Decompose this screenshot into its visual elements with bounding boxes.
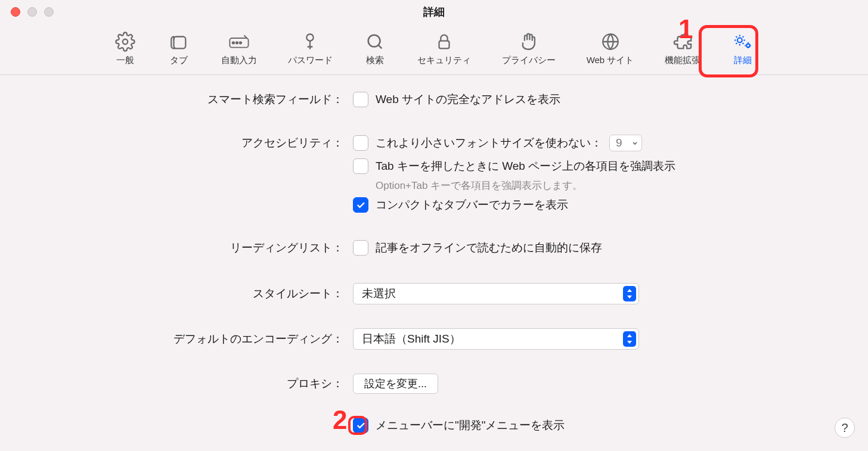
reading-list-label: リーディングリスト： bbox=[0, 240, 343, 256]
minimize-window-button[interactable] bbox=[27, 7, 37, 17]
tab-label: 検索 bbox=[366, 55, 384, 66]
min-font-size-label: これより小さいフォントサイズを使わない： bbox=[376, 135, 602, 151]
zoom-window-button[interactable] bbox=[44, 7, 54, 17]
tab-passwords[interactable]: パスワード bbox=[281, 27, 340, 69]
stylesheet-value: 未選択 bbox=[362, 286, 396, 301]
svg-point-0 bbox=[122, 39, 128, 45]
tab-label: タブ bbox=[170, 55, 188, 66]
tab-security[interactable]: セキュリティ bbox=[410, 27, 478, 69]
autofill-icon bbox=[228, 31, 250, 52]
compact-tabbar-color-label: コンパクトなタブバーでカラーを表示 bbox=[376, 197, 568, 213]
smart-search-label: スマート検索フィールド： bbox=[0, 92, 343, 107]
change-proxy-button[interactable]: 設定を変更... bbox=[353, 374, 438, 394]
accessibility-label: アクセシビリティ： bbox=[0, 135, 343, 151]
svg-rect-1 bbox=[173, 37, 185, 49]
tab-general[interactable]: 一般 bbox=[107, 27, 144, 69]
tab-tabs[interactable]: タブ bbox=[160, 27, 197, 69]
annotation-number-2: 2 bbox=[333, 405, 347, 435]
svg-rect-8 bbox=[439, 41, 449, 49]
titlebar: 詳細 bbox=[0, 0, 868, 24]
tab-highlight-helper: Option+Tab キーで各項目を強調表示します。 bbox=[376, 179, 582, 192]
updown-arrows-icon bbox=[623, 331, 636, 347]
svg-point-6 bbox=[306, 34, 313, 41]
offline-reading-checkbox[interactable] bbox=[353, 240, 368, 256]
updown-arrows-icon bbox=[623, 286, 636, 301]
help-label: ? bbox=[841, 421, 848, 435]
tab-highlight-checkbox[interactable] bbox=[353, 158, 368, 174]
offline-reading-label: 記事をオフラインで読むために自動的に保存 bbox=[376, 240, 602, 256]
preferences-toolbar: 一般 タブ 自動入力 パスワード 検索 セキュリティ プライバシー bbox=[0, 24, 868, 75]
annotation-number-1: 1 bbox=[678, 14, 693, 44]
stylesheet-select[interactable]: 未選択 bbox=[353, 283, 639, 304]
search-icon bbox=[364, 31, 386, 52]
tab-label: Web サイト bbox=[587, 55, 634, 66]
lock-icon bbox=[433, 31, 455, 52]
font-size-stepper[interactable]: 9 bbox=[609, 135, 642, 151]
tab-label: パスワード bbox=[288, 55, 333, 66]
show-full-address-checkbox[interactable] bbox=[353, 92, 368, 107]
settings-content: スマート検索フィールド： Web サイトの完全なアドレスを表示 アクセシビリティ… bbox=[0, 75, 868, 433]
tab-label: 機能拡張 bbox=[665, 55, 700, 66]
svg-point-11 bbox=[747, 44, 751, 48]
window-title: 詳細 bbox=[423, 5, 445, 19]
tab-label: 一般 bbox=[116, 55, 134, 66]
tab-websites[interactable]: Web サイト bbox=[579, 27, 641, 69]
key-icon bbox=[299, 31, 321, 52]
min-font-size-checkbox[interactable] bbox=[353, 135, 368, 151]
show-full-address-label: Web サイトの完全なアドレスを表示 bbox=[376, 92, 560, 107]
gears-icon bbox=[732, 31, 754, 52]
develop-menu-checkbox[interactable] bbox=[353, 418, 368, 433]
gear-icon bbox=[114, 31, 136, 52]
tab-highlight-label: Tab キーを押したときに Web ページ上の各項目を強調表示 bbox=[376, 158, 675, 174]
svg-point-4 bbox=[235, 42, 237, 43]
svg-point-10 bbox=[737, 38, 742, 43]
tabs-icon bbox=[168, 31, 190, 52]
svg-point-3 bbox=[232, 42, 234, 43]
encoding-label: デフォルトのエンコーディング： bbox=[0, 331, 343, 347]
encoding-value: 日本語（Shift JIS） bbox=[362, 331, 461, 347]
change-proxy-label: 設定を変更... bbox=[364, 377, 427, 391]
encoding-select[interactable]: 日本語（Shift JIS） bbox=[353, 328, 639, 350]
svg-point-7 bbox=[368, 35, 380, 47]
tab-search[interactable]: 検索 bbox=[356, 27, 393, 69]
tab-advanced[interactable]: 詳細 bbox=[724, 27, 761, 69]
tab-label: プライバシー bbox=[502, 55, 556, 66]
tab-label: セキュリティ bbox=[417, 55, 471, 66]
tab-privacy[interactable]: プライバシー bbox=[495, 27, 563, 69]
develop-menu-label: メニューバーに"開発"メニューを表示 bbox=[376, 418, 565, 433]
tab-label: 自動入力 bbox=[221, 55, 257, 66]
chevron-down-icon bbox=[628, 139, 641, 147]
tab-label: 詳細 bbox=[734, 55, 752, 66]
font-size-value: 9 bbox=[610, 136, 628, 150]
compact-tabbar-color-checkbox[interactable] bbox=[353, 197, 368, 213]
close-window-button[interactable] bbox=[11, 7, 20, 17]
stylesheet-label: スタイルシート： bbox=[0, 286, 343, 301]
globe-icon bbox=[600, 31, 621, 52]
svg-point-5 bbox=[239, 42, 241, 43]
traffic-lights bbox=[0, 7, 54, 17]
proxy-label: プロキシ： bbox=[0, 376, 343, 391]
tab-autofill[interactable]: 自動入力 bbox=[214, 27, 264, 69]
help-button[interactable]: ? bbox=[835, 418, 855, 438]
hand-icon bbox=[518, 31, 540, 52]
